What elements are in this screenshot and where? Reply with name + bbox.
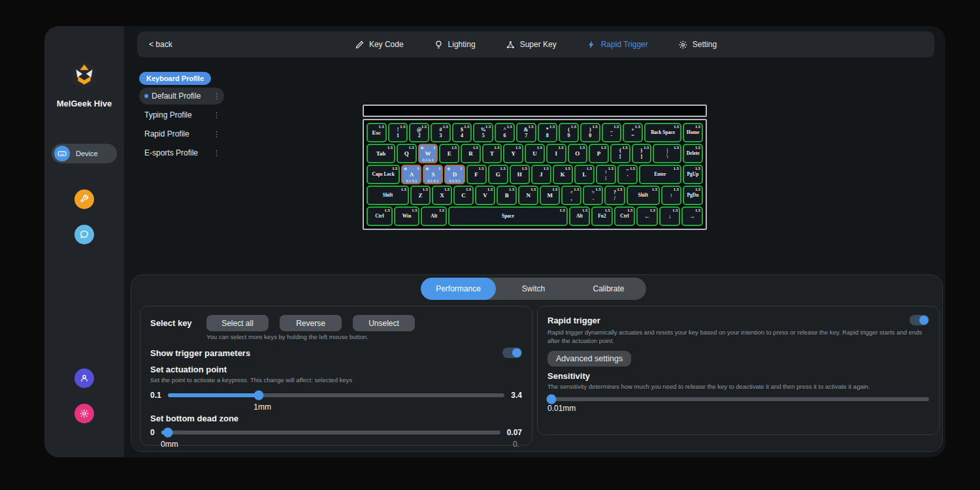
key-x[interactable]: X1.5 <box>432 186 452 205</box>
key-,[interactable]: <,1.5 <box>561 186 581 205</box>
sidebar-item-device[interactable]: Device <box>52 144 117 163</box>
key-.[interactable]: >.1.5 <box>583 186 603 205</box>
keyboard-profile-button[interactable]: Keyboard Profile <box>139 72 211 85</box>
key-0[interactable]: )01.5 <box>580 123 600 142</box>
key-win[interactable]: Win1.5 <box>394 206 420 226</box>
rapid-trigger-toggle[interactable] <box>909 315 929 325</box>
key-y[interactable]: Y1.5 <box>503 144 523 163</box>
deadzone-slider[interactable] <box>161 431 500 434</box>
actuation-slider-thumb[interactable] <box>253 390 263 400</box>
kebab-menu-icon[interactable]: ⋮ <box>213 92 220 101</box>
profile-item-e-sports-profile[interactable]: E-sports Profile⋮ <box>139 144 224 161</box>
key-3[interactable]: #31.5 <box>431 123 451 142</box>
key-delete[interactable]: Delete1.5 <box>683 144 703 163</box>
key-tab[interactable]: Tab1.5 <box>367 144 395 163</box>
key-back-space[interactable]: Back Space1.5 <box>644 123 681 142</box>
key-ctrl[interactable]: Ctrl1.5 <box>614 206 636 226</box>
show-trigger-toggle[interactable] <box>502 348 522 358</box>
key-6[interactable]: ^61.5 <box>495 123 515 142</box>
deadzone-slider-thumb[interactable] <box>163 427 173 437</box>
nav-item-rapid-trigger[interactable]: Rapid Trigger <box>587 40 648 50</box>
key-enter[interactable]: Enter1.5 <box>639 165 681 184</box>
key-esc[interactable]: Esc1.5 <box>367 123 387 142</box>
key-h[interactable]: H1.5 <box>510 165 530 184</box>
key-][interactable]: }]1.5 <box>632 144 652 163</box>
key-s[interactable]: S1◆0.1 0.1 <box>423 165 443 184</box>
key-4[interactable]: $41.5 <box>452 123 472 142</box>
key-pgup[interactable]: PgUp1.5 <box>683 165 703 184</box>
key-f[interactable]: F1.5 <box>466 165 487 184</box>
key-n[interactable]: N1.5 <box>518 186 538 205</box>
key-1[interactable]: !11.5 <box>388 123 408 142</box>
key-fn2[interactable]: Fn21.5 <box>591 206 613 226</box>
sidebar-chat-button[interactable] <box>74 225 94 244</box>
sidebar-account-button[interactable] <box>74 368 94 388</box>
key--[interactable]: _-1.5 <box>602 123 622 142</box>
key-/[interactable]: ?/1.5 <box>604 186 625 205</box>
key-shift[interactable]: Shift1.5 <box>367 186 409 205</box>
key-a[interactable]: A1◆0.1 0.1 <box>401 165 421 184</box>
key-l[interactable]: L1.5 <box>574 165 595 184</box>
key-←[interactable]: ←1.5 <box>636 206 658 226</box>
kebab-menu-icon[interactable]: ⋮ <box>213 149 220 157</box>
key-→[interactable]: →1.5 <box>681 206 703 226</box>
key-=[interactable]: +=1.5 <box>623 123 643 142</box>
key-↓[interactable]: ↓1.5 <box>659 206 681 226</box>
unselect-button[interactable]: Unselect <box>353 315 415 331</box>
key-9[interactable]: (91.5 <box>559 123 579 142</box>
tab-performance[interactable]: Performance <box>421 278 496 300</box>
key-5[interactable]: %51.5 <box>473 123 493 142</box>
reverse-button[interactable]: Reverse <box>280 315 342 331</box>
key-v[interactable]: V1.5 <box>475 186 495 205</box>
nav-item-super-key[interactable]: Super Key <box>506 40 557 50</box>
nav-item-key-code[interactable]: Key Code <box>355 40 404 50</box>
sidebar-settings-button[interactable] <box>74 404 94 423</box>
kebab-menu-icon[interactable]: ⋮ <box>213 111 220 120</box>
key-[[interactable]: {[1.5 <box>610 144 630 163</box>
profile-item-typing-profile[interactable]: Typing Profile⋮ <box>139 106 224 123</box>
key-k[interactable]: K1.5 <box>553 165 573 184</box>
nav-item-setting[interactable]: Setting <box>678 40 717 50</box>
back-button[interactable]: < back <box>149 40 172 49</box>
key-z[interactable]: Z1.5 <box>410 186 431 205</box>
key-c[interactable]: C1.5 <box>453 186 474 205</box>
key-home[interactable]: Home1.5 <box>683 123 703 142</box>
key-e[interactable]: E1.5 <box>439 144 459 163</box>
key-d[interactable]: D1◆0.1 0.1 <box>444 165 465 184</box>
key-caps-lock[interactable]: Caps Lock1.5 <box>367 165 400 184</box>
key-w[interactable]: W1◆0.1 0.1 <box>418 144 438 163</box>
key-ctrl[interactable]: Ctrl1.5 <box>367 206 393 226</box>
advanced-settings-button[interactable]: Advanced settings <box>547 351 631 367</box>
key-\[interactable]: |\1.5 <box>653 144 681 163</box>
key-2[interactable]: @21.5 <box>409 123 429 142</box>
profile-item-rapid-profile[interactable]: Rapid Profile⋮ <box>139 125 224 142</box>
key-8[interactable]: *81.5 <box>538 123 558 142</box>
key-alt[interactable]: Alt1.5 <box>569 206 591 226</box>
sensitivity-slider[interactable] <box>547 397 929 401</box>
key-shift[interactable]: Shift1.5 <box>627 186 660 205</box>
key-space[interactable]: Space1.5 <box>448 206 568 226</box>
tab-switch[interactable]: Switch <box>496 278 571 300</box>
key-7[interactable]: &71.5 <box>516 123 536 142</box>
key-pgdn[interactable]: PgDn1.5 <box>683 186 703 205</box>
key-j[interactable]: J1.5 <box>531 165 551 184</box>
actuation-slider[interactable] <box>168 393 505 397</box>
key-u[interactable]: U1.5 <box>525 144 545 163</box>
key-i[interactable]: I1.5 <box>546 144 566 163</box>
key-p[interactable]: P1.5 <box>589 144 609 163</box>
key-r[interactable]: R1.5 <box>461 144 481 163</box>
key-alt[interactable]: Alt1.5 <box>421 206 447 226</box>
key-o[interactable]: O1.5 <box>568 144 588 163</box>
key-m[interactable]: M1.5 <box>540 186 560 205</box>
key-b[interactable]: B1.5 <box>497 186 517 205</box>
tab-calibrate[interactable]: Calibrate <box>571 278 646 300</box>
key-'[interactable]: "'1.5 <box>617 165 638 184</box>
key-g[interactable]: G1.5 <box>488 165 508 184</box>
kebab-menu-icon[interactable]: ⋮ <box>213 130 220 139</box>
sidebar-tools-button[interactable] <box>74 189 94 209</box>
key-t[interactable]: T1.5 <box>482 144 502 163</box>
key-↑[interactable]: ↑1.5 <box>661 186 681 205</box>
key-q[interactable]: Q1.5 <box>397 144 417 163</box>
select-all-button[interactable]: Select all <box>206 315 269 331</box>
profile-item-default-profile[interactable]: Default Profile⋮ <box>139 88 224 105</box>
